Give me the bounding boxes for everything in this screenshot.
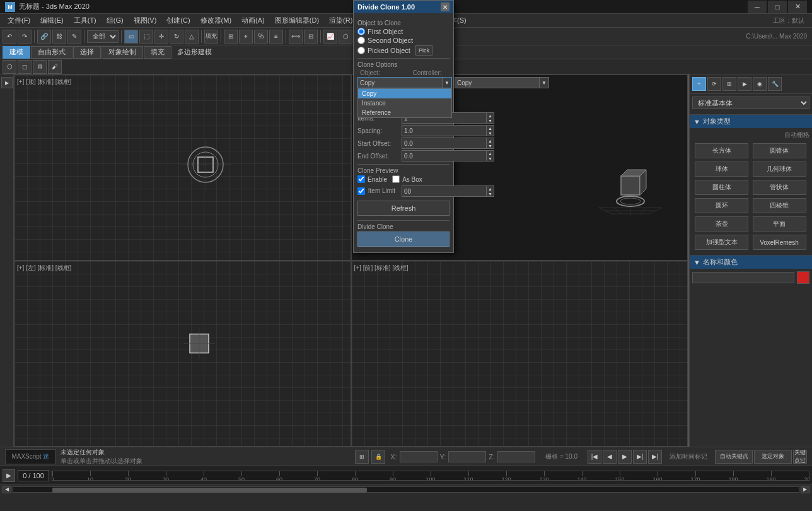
maximize-button[interactable]: □	[768, 1, 787, 13]
graph-editor-btn[interactable]: 📈	[323, 30, 337, 44]
unlink-button[interactable]: ⛓	[52, 30, 66, 44]
menu-view[interactable]: 视图(V)	[129, 15, 162, 26]
object-dropdown[interactable]: ▼	[357, 77, 452, 88]
item-limit-down[interactable]: ▼	[487, 191, 494, 196]
timeline-track[interactable]: 0102030405060708090100110120130140150160…	[52, 471, 809, 481]
viewport-top[interactable]: [+] [顶] [标准] [线框]	[14, 74, 351, 261]
y-input[interactable]	[448, 451, 486, 462]
move-button[interactable]: ✛	[154, 30, 168, 44]
z-input[interactable]	[497, 451, 535, 462]
modify-icon[interactable]: ⟳	[707, 77, 721, 91]
obj-box[interactable]: 长方体	[695, 143, 748, 158]
item-limit-checkbox[interactable]	[357, 187, 365, 195]
x-input[interactable]	[400, 451, 438, 462]
scroll-left[interactable]: ◀	[3, 486, 11, 493]
hscroll-track[interactable]	[13, 486, 799, 493]
play-btn[interactable]: ▶	[618, 450, 632, 464]
schematic-btn[interactable]: ⬡	[339, 30, 352, 44]
next-frame[interactable]: ▶|	[633, 450, 647, 464]
tab-modeling[interactable]: 建模	[3, 46, 30, 59]
enable-checkbox[interactable]	[357, 175, 365, 183]
color-swatch[interactable]	[797, 271, 809, 284]
obj-tube[interactable]: 管状体	[753, 180, 806, 195]
items-down[interactable]: ▼	[487, 118, 494, 123]
obj-teapot[interactable]: 茶壶	[695, 216, 748, 232]
spinner-snap[interactable]: ≡	[269, 30, 283, 44]
bind-button[interactable]: ✎	[67, 30, 81, 44]
motion-icon[interactable]: ▶	[738, 77, 751, 91]
viewport-left[interactable]: [+] [左] [标准] [线框]	[14, 261, 351, 447]
obj-plane[interactable]: 平面	[753, 216, 806, 232]
obj-cylinder[interactable]: 圆柱体	[695, 180, 748, 195]
as-box-checkbox[interactable]	[392, 175, 400, 183]
snap-toggle[interactable]: ⊞	[224, 30, 238, 44]
add-time-label[interactable]: 添加时间标记	[667, 452, 710, 461]
object-dropdown-input[interactable]	[358, 78, 443, 88]
close-button[interactable]: ✕	[788, 1, 807, 13]
dropdown-item-copy[interactable]: Copy	[358, 89, 451, 98]
hierarchy-icon[interactable]: ⊞	[722, 77, 736, 91]
rotate-button[interactable]: ↻	[170, 30, 183, 44]
radio-picked-input[interactable]	[357, 47, 365, 54]
viewport-front[interactable]: [+] [前] [标准] [线框]	[351, 261, 688, 447]
poly-edit-btn[interactable]: ◻	[18, 60, 32, 74]
menu-group[interactable]: 组(G)	[102, 15, 129, 26]
tab-freeform[interactable]: 自由形式	[31, 46, 72, 59]
start-offset-up[interactable]: ▲	[487, 138, 494, 143]
obj-geosphere[interactable]: 几何球体	[753, 162, 806, 177]
radio-first-input[interactable]	[357, 28, 365, 35]
obj-cone[interactable]: 圆锥体	[753, 143, 806, 158]
set-key-btn[interactable]: 选定对象	[754, 450, 792, 464]
end-offset-input[interactable]	[402, 151, 486, 161]
item-limit-input[interactable]	[402, 186, 486, 196]
selection-filter[interactable]: 全部	[87, 30, 119, 43]
dropdown-item-reference[interactable]: Reference	[358, 108, 451, 117]
goto-end[interactable]: ▶|	[648, 450, 662, 464]
obj-pyramid[interactable]: 四棱锥	[753, 198, 806, 213]
object-type-dropdown[interactable]: 标准基本体	[692, 97, 809, 109]
menu-graph-editor[interactable]: 图形编辑器(D)	[270, 15, 324, 26]
item-limit-up[interactable]: ▲	[487, 186, 494, 191]
prev-frame[interactable]: ◀	[603, 450, 617, 464]
controller-dropdown-arrow[interactable]: ▼	[540, 78, 548, 88]
controller-dropdown-input[interactable]	[455, 78, 540, 88]
poly-select-btn[interactable]: ⬡	[3, 60, 16, 74]
auto-key-btn[interactable]: 自动关键点	[715, 450, 753, 464]
obj-voxel[interactable]: VoxelRemesh	[753, 235, 806, 250]
display-icon[interactable]: ◉	[753, 77, 767, 91]
obj-text[interactable]: 加强型文本	[695, 235, 748, 250]
view-btn[interactable]: 填充	[204, 30, 218, 44]
select-button[interactable]: ▭	[124, 30, 138, 44]
link-button[interactable]: 🔗	[37, 30, 51, 44]
radio-second-input[interactable]	[357, 37, 365, 44]
object-dropdown-arrow[interactable]: ▼	[443, 78, 451, 88]
start-offset-down[interactable]: ▼	[487, 143, 494, 148]
obj-sphere[interactable]: 球体	[695, 162, 748, 177]
left-panel-btn1[interactable]: ▶	[1, 77, 13, 88]
pick-button[interactable]: Pick	[415, 45, 432, 56]
scroll-right[interactable]: ▶	[801, 486, 809, 493]
clone-button[interactable]: Clone	[357, 232, 450, 247]
tab-populate[interactable]: 填充	[144, 46, 171, 59]
end-offset-up[interactable]: ▲	[487, 151, 494, 156]
scale-button[interactable]: △	[185, 30, 199, 44]
menu-file[interactable]: 文件(F)	[3, 15, 35, 26]
end-offset-down[interactable]: ▼	[487, 156, 494, 161]
poly-paint-btn[interactable]: 🖌	[48, 60, 62, 74]
undo-button[interactable]: ↶	[3, 30, 16, 44]
redo-button[interactable]: ↷	[18, 30, 32, 44]
goto-start[interactable]: |◀	[588, 450, 601, 464]
menu-tools[interactable]: 工具(T)	[69, 15, 102, 26]
tab-object-paint[interactable]: 对象绘制	[102, 46, 143, 59]
tab-selection[interactable]: 选择	[73, 46, 101, 59]
refresh-button[interactable]: Refresh	[357, 201, 450, 216]
percent-snap[interactable]: %	[254, 30, 268, 44]
mirror-button[interactable]: ⟺	[289, 30, 303, 44]
menu-create[interactable]: 创建(C)	[161, 15, 195, 26]
controller-dropdown[interactable]: ▼	[455, 77, 549, 88]
create-icon[interactable]: +	[692, 77, 706, 91]
spacing-input[interactable]	[402, 126, 486, 136]
menu-animation[interactable]: 动画(A)	[236, 15, 270, 26]
hscroll-thumb[interactable]	[52, 488, 366, 493]
minimize-button[interactable]: ─	[748, 1, 767, 13]
